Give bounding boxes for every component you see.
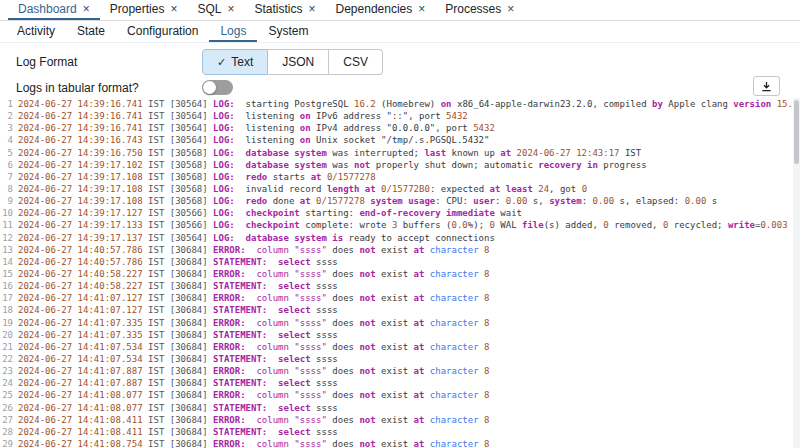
log-severity-label: LOG:	[213, 184, 235, 194]
log-message-segment: does	[327, 293, 360, 303]
log-severity-label: LOG:	[213, 99, 235, 109]
line-number: 16	[0, 280, 13, 292]
tab-dependencies[interactable]: Dependencies×	[326, 0, 436, 20]
log-message-segment: 24	[538, 184, 549, 194]
tab-processes[interactable]: Processes×	[435, 0, 524, 20]
log-message-segment: character	[430, 415, 479, 425]
subtab-activity[interactable]: Activity	[6, 21, 66, 42]
log-message-segment: column "ssss"	[246, 342, 327, 352]
log-line: 32024-06-27 14:39:16.741 IST [30564] LOG…	[0, 122, 800, 134]
log-message-segment: exist	[376, 245, 414, 255]
log-message-segment: 8	[484, 439, 489, 448]
log-controls: Log Format ✓TextJSONCSV Logs in tabular …	[0, 43, 800, 104]
log-message-segment: not	[359, 245, 375, 255]
log-timezone-pid: IST [30684]	[143, 390, 213, 400]
tab-properties[interactable]: Properties×	[100, 0, 188, 20]
log-message-segment: database system is	[235, 233, 343, 243]
log-timezone-pid: IST [30684]	[143, 427, 213, 437]
log-message-segment: buffers (	[397, 220, 451, 230]
log-message-segment: progress	[598, 160, 647, 170]
line-number: 24	[0, 377, 13, 389]
log-message-segment: at	[489, 184, 500, 194]
log-timezone-pid: IST [30564]	[143, 99, 213, 109]
format-button-json[interactable]: JSON	[268, 49, 329, 75]
log-message-segment: ssss	[311, 257, 338, 267]
close-icon[interactable]: ×	[418, 3, 425, 15]
close-icon[interactable]: ×	[309, 3, 316, 15]
log-message-segment: 0.003	[760, 220, 787, 230]
log-line: 282024-06-27 14:41:08.411 IST [30684] ST…	[0, 426, 800, 438]
log-message-segment: Apple clang	[663, 99, 733, 109]
download-button[interactable]	[753, 76, 780, 96]
log-severity-label: LOG:	[213, 123, 235, 133]
vertical-scrollbar[interactable]	[793, 98, 800, 448]
tab-dashboard[interactable]: Dashboard×	[8, 0, 100, 20]
log-message-segment: not	[359, 342, 375, 352]
log-timestamp: 2024-06-27 14:39:16.741	[18, 111, 143, 121]
close-icon[interactable]: ×	[227, 3, 234, 15]
line-number: 1	[0, 98, 13, 110]
line-number: 8	[0, 183, 13, 195]
log-message-segment: exist	[376, 293, 414, 303]
log-message-segment: 0.0	[452, 220, 468, 230]
log-timestamp: 2024-06-27 14:41:07.887	[18, 366, 143, 376]
log-message-segment: not	[359, 390, 375, 400]
log-message-segment: was	[327, 160, 354, 170]
close-icon[interactable]: ×	[507, 3, 514, 15]
log-timezone-pid: IST [30684]	[143, 439, 213, 448]
log-message-segment: system usage	[370, 196, 435, 206]
subtab-state[interactable]: State	[66, 21, 116, 42]
log-timezone-pid: IST [30564]	[143, 123, 213, 133]
log-message-segment: not	[359, 293, 375, 303]
log-line: 232024-06-27 14:41:07.887 IST [30684] ER…	[0, 365, 800, 377]
tab-sql[interactable]: SQL×	[187, 0, 244, 20]
close-icon[interactable]: ×	[170, 3, 177, 15]
tabular-format-toggle[interactable]	[202, 80, 233, 95]
log-message-segment: starting:	[300, 208, 360, 218]
log-severity-label: LOG:	[213, 208, 235, 218]
log-message-segment: column "ssss"	[246, 245, 327, 255]
log-message-segment: character	[430, 269, 479, 279]
subtab-configuration[interactable]: Configuration	[116, 21, 209, 42]
log-severity-label: ERROR:	[213, 342, 246, 352]
check-icon: ✓	[217, 56, 226, 69]
tab-statistics[interactable]: Statistics×	[244, 0, 325, 20]
log-viewer[interactable]: 12024-06-27 14:39:16.741 IST [30564] LOG…	[0, 98, 800, 448]
toggle-knob	[203, 81, 216, 94]
log-timezone-pid: IST [30684]	[143, 281, 213, 291]
subtab-system[interactable]: System	[257, 21, 319, 42]
log-message-segment: does	[327, 342, 360, 352]
log-message-segment: not	[359, 439, 375, 448]
log-message-segment: known up	[446, 148, 500, 158]
log-message-segment: at	[300, 196, 311, 206]
download-icon	[761, 81, 772, 92]
log-message-segment: (s) added,	[544, 220, 604, 230]
log-message-segment: column "ssss"	[246, 366, 327, 376]
log-timestamp: 2024-06-27 14:39:17.133	[18, 220, 143, 230]
log-line: 152024-06-27 14:40:58.227 IST [30684] ER…	[0, 268, 800, 280]
log-timestamp: 2024-06-27 14:40:58.227	[18, 281, 143, 291]
log-message-segment: complete: wrote	[300, 220, 392, 230]
log-severity-label: ERROR:	[213, 269, 246, 279]
log-severity-label: ERROR:	[213, 293, 246, 303]
log-message-segment: character	[430, 318, 479, 328]
log-message-segment: checkpoint	[235, 220, 300, 230]
format-button-csv[interactable]: CSV	[329, 49, 383, 75]
scrollbar-thumb[interactable]	[794, 100, 799, 164]
log-timestamp: 2024-06-27 14:41:07.127	[18, 293, 143, 303]
log-message-segment: last	[424, 148, 446, 158]
log-line: 252024-06-27 14:41:08.077 IST [30684] ER…	[0, 389, 800, 401]
subtab-logs[interactable]: Logs	[209, 21, 257, 42]
log-timestamp: 2024-06-27 14:41:08.077	[18, 403, 143, 413]
format-button-label: Text	[231, 55, 253, 69]
format-button-text[interactable]: ✓Text	[202, 49, 268, 75]
log-message-segment: 8	[484, 390, 489, 400]
line-number: 25	[0, 389, 13, 401]
log-timestamp: 2024-06-27 14:39:17.137	[18, 233, 143, 243]
log-message-segment: 8	[484, 245, 489, 255]
tab-label: SQL	[197, 2, 221, 16]
log-message-segment: does	[327, 415, 360, 425]
log-timestamp: 2024-06-27 14:41:07.127	[18, 305, 143, 315]
close-icon[interactable]: ×	[83, 3, 90, 15]
log-line: 222024-06-27 14:41:07.534 IST [30684] ST…	[0, 353, 800, 365]
